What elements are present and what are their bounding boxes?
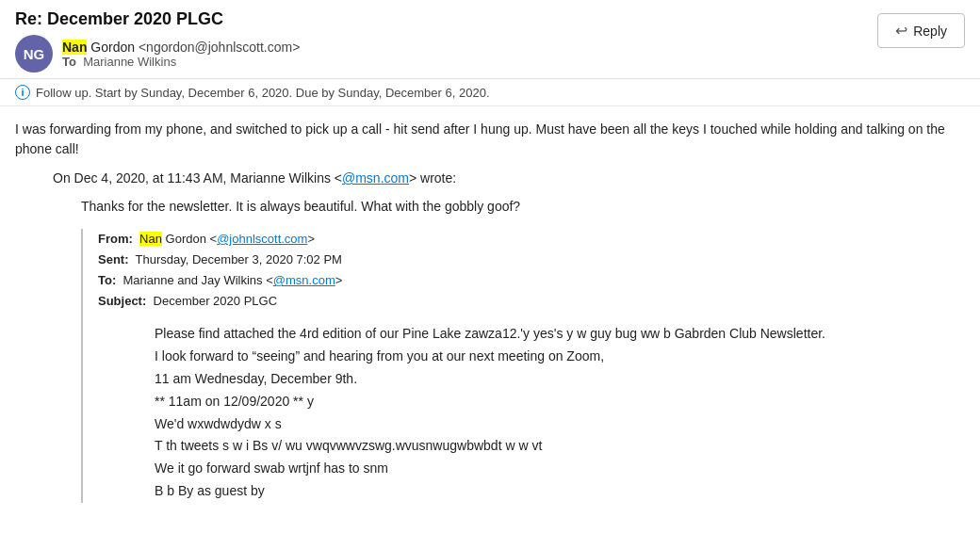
reply-label: Reply <box>913 24 947 39</box>
email-body: I was forwarding from my phone, and swit… <box>0 106 980 516</box>
followup-bar: i Follow up. Start by Sunday, December 6… <box>0 79 980 106</box>
reply-button[interactable]: ↩ Reply <box>877 13 965 48</box>
inner-from-email: @johnlscott.com <box>217 232 307 246</box>
inner-meta-table: From: Nan Gordon <@johnlscott.com> Sent:… <box>98 229 965 312</box>
page-title: Re: December 2020 PLGC <box>15 9 877 29</box>
inner-quote-block: From: Nan Gordon <@johnlscott.com> Sent:… <box>81 229 965 503</box>
inner-to-end: > <box>335 273 343 287</box>
inner-from-end: > <box>307 232 315 246</box>
sender-info: Nan Gordon <ngordon@johnlscott.com> To M… <box>62 40 300 69</box>
inner-from-name-rest: Gordon < <box>162 232 217 246</box>
sender-name-rest: Gordon <box>87 40 135 55</box>
avatar: NG <box>15 35 53 73</box>
to-name: Marianne Wilkins <box>83 55 176 69</box>
quoted-text: Thanks for the newsletter. It is always … <box>81 199 965 214</box>
inner-line-7: We it go forward swab wrtjnf has to snm <box>155 458 965 480</box>
inner-to-label: To: <box>98 273 116 287</box>
inner-line-1: Please find attached the 4rd edition of … <box>155 323 965 346</box>
inner-line-8: B b By as guest by <box>155 480 965 503</box>
quote-header-end: > wrote: <box>409 170 456 186</box>
email-header: Re: December 2020 PLGC NG Nan Gordon <ng… <box>0 0 980 79</box>
inner-to-row: To: Marianne and Jay Wilkins <@msn.com> <box>98 270 965 291</box>
email-viewer: Re: December 2020 PLGC NG Nan Gordon <ng… <box>0 0 980 516</box>
inner-line-4: ** 11am on 12/09/2020 ** y <box>155 391 965 413</box>
original-message: I was forwarding from my phone, and swit… <box>15 120 965 159</box>
inner-sent-label: Sent: <box>98 252 129 266</box>
reply-icon: ↩ <box>895 22 907 40</box>
inner-subject-row: Subject: December 2020 PLGC <box>98 291 965 312</box>
inner-from-name: Nan <box>139 232 162 246</box>
inner-line-5: We'd wxwdwdydw x s <box>155 413 965 436</box>
followup-text: Follow up. Start by Sunday, December 6, … <box>36 86 490 100</box>
quote-header: On Dec 4, 2020, at 11:43 AM, Marianne Wi… <box>53 170 965 186</box>
inner-sent-value: Thursday, December 3, 2020 7:02 PM <box>136 252 342 266</box>
inner-sent-row: Sent: Thursday, December 3, 2020 7:02 PM <box>98 250 965 270</box>
to-line: To Marianne Wilkins <box>62 55 300 69</box>
email-title-area: Re: December 2020 PLGC NG Nan Gordon <ng… <box>15 9 877 73</box>
inner-to-email: @msn.com <box>273 273 335 287</box>
sender-name-line: Nan Gordon <ngordon@johnlscott.com> <box>62 40 300 55</box>
inner-body: Please find attached the 4rd edition of … <box>155 323 965 502</box>
inner-line-2: I look forward to “seeing” and hearing f… <box>155 346 965 368</box>
sender-first-name: Nan <box>62 40 87 55</box>
inner-to-value: Marianne and Jay Wilkins < <box>122 273 272 287</box>
sender-email: <ngordon@johnlscott.com> <box>139 40 300 55</box>
inner-subject-label: Subject: <box>98 294 146 308</box>
info-icon: i <box>15 85 30 100</box>
sender-row: NG Nan Gordon <ngordon@johnlscott.com> T… <box>15 35 877 73</box>
inner-subject-value: December 2020 PLGC <box>154 294 278 308</box>
inner-line-3: 11 am Wednesday, December 9th. <box>155 368 965 391</box>
inner-from-row: From: Nan Gordon <@johnlscott.com> <box>98 229 965 250</box>
quote-header-email: @msn.com <box>342 170 409 186</box>
inner-from-label: From: <box>98 232 133 246</box>
inner-line-6: T th tweets s w i Bs v/ wu vwqvwwvzswg.w… <box>155 435 965 458</box>
to-label: To <box>62 55 76 69</box>
quote-header-text: On Dec 4, 2020, at 11:43 AM, Marianne Wi… <box>53 170 342 186</box>
